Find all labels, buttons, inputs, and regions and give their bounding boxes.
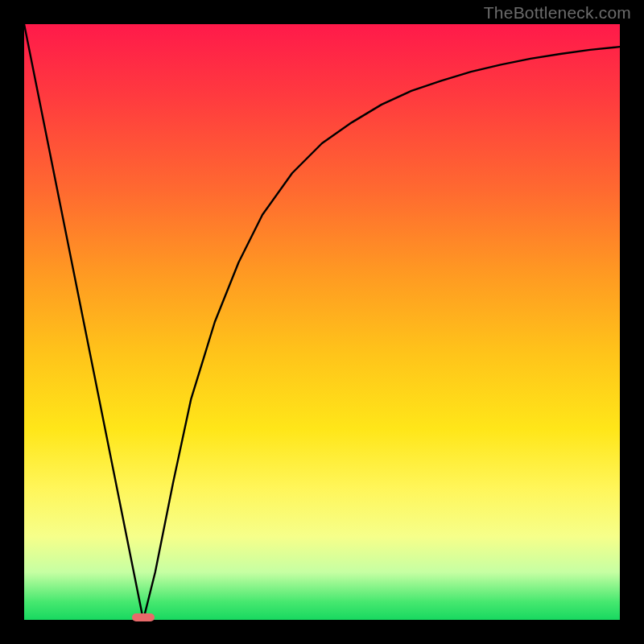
chart-gradient-bg	[24, 24, 620, 620]
bottleneck-marker	[132, 613, 155, 621]
watermark-text: TheBottleneck.com	[484, 3, 631, 23]
chart-frame	[24, 24, 620, 620]
